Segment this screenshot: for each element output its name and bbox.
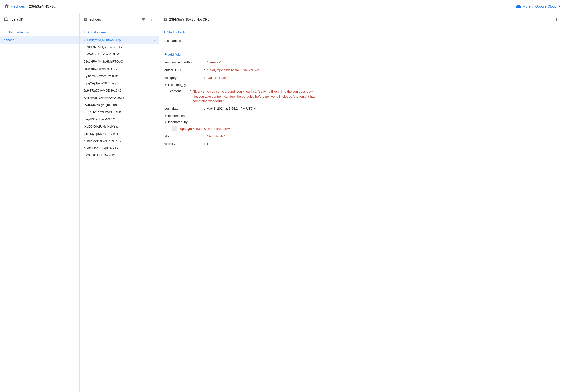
field-label-resonated-by: resonated_by <box>168 120 188 124</box>
start-collection-btn-1[interactable]: + Start collection <box>0 28 33 36</box>
field-author-uid: author_UID : "9pMQmj5ne3dfDvRbZ90xnT2sl7… <box>159 66 564 74</box>
document-icon <box>163 17 167 21</box>
field-colon-content: : <box>190 89 191 93</box>
doc-item-9-label: PCtKM6rACy4kjuI20bnf <box>84 103 118 107</box>
column3-title: 23Fh3qrYNQx3utNovCPp <box>169 17 209 21</box>
doc-item-11[interactable]: hag4DDerIFacPrXZZ1Iu <box>80 116 159 123</box>
breadcrumb-current: 23Fh3qrYNQx3u. <box>29 4 56 8</box>
field-label-collected-by: collected_by <box>168 83 186 87</box>
doc-item-15[interactable]: q8dzvOogE08q0F4G3SiL <box>80 145 159 152</box>
column2-body: + Add document 23Fh3qrYNQx3utNovCPp › 35… <box>80 26 159 392</box>
more-options-button-col2[interactable] <box>149 16 155 23</box>
doc-item-0-label: 23Fh3qrYNQx3utNovCPp <box>84 38 121 42</box>
field-colon-2: : <box>204 68 205 73</box>
column2-header-left: echoes <box>84 17 101 21</box>
doc-item-14-label: nLhcqMezRz7dUrG9Fp2Y <box>84 139 121 143</box>
doc-item-1-label: 353MRNuVcQX8cvoX8zLz <box>84 45 122 49</box>
column-collection: echoes + Add document 23Fh3qrYNQx3utNovC… <box>80 13 159 392</box>
doc-item-5[interactable]: Eyi0cmN2dxomRfqjrHiz <box>80 72 159 80</box>
column1-title: (default) <box>10 17 23 21</box>
plus-icon-3: + <box>163 30 166 34</box>
column2-header: echoes <box>80 13 159 26</box>
doc-item-11-label: hag4DDerIFacPrXZZ1Iu <box>84 117 118 121</box>
doc-item-2[interactable]: 5tsXuGxzTtFPlwjV39UM <box>80 51 159 58</box>
field-content: content : "Every time you come around, y… <box>159 88 564 105</box>
doc-item-13-label: lpkkx3ynpM7Z7B3Vli6H <box>84 132 118 136</box>
doc-item-0[interactable]: 23Fh3qrYNQx3utNovCPp › <box>80 36 159 44</box>
doc-item-4-label: DSwkbtGhxjwhtkKx1ItV <box>84 67 118 71</box>
doc-item-6[interactable]: I6pqYAjSpaWNf7uLeqr6 <box>80 80 159 87</box>
breadcrumb: › echoes › 23Fh3qrYNQx3u. <box>4 3 56 9</box>
column3-header-right <box>553 16 560 23</box>
field-collected-by[interactable]: ▼ collected_by <box>159 82 564 88</box>
field-anonymized-author: anonymized_author : "cameras" <box>159 59 564 66</box>
more-vert-icon-col2 <box>150 17 154 22</box>
start-collection-btn-3[interactable]: + Start collection <box>159 28 192 36</box>
add-document-btn[interactable]: + Add document <box>80 28 112 36</box>
column2-header-right <box>140 16 155 23</box>
doc-item-10-label: Z0ZKUvKgpzCn5r95XeQt <box>84 110 121 114</box>
field-value-array-0: "9pMQmj5ne3dfDvRbZ90xnT2sl7w2" <box>179 127 233 131</box>
field-resonances[interactable]: ▼ resonances <box>159 113 564 119</box>
field-colon-post-date: : <box>204 106 205 111</box>
column3-header: 23Fh3qrYNQx3utNovCPp <box>159 13 564 26</box>
chevron-right-icon-echoes: › <box>74 38 75 42</box>
doc-item-14[interactable]: nLhcqMezRz7dUrG9Fp2Y <box>80 137 159 145</box>
field-value-anonymized-author: "cameras" <box>207 60 221 65</box>
doc-item-4[interactable]: DSwkbtGhxjwhtkKx1ItV <box>80 65 159 72</box>
home-icon[interactable] <box>4 3 9 9</box>
google-cloud-label: More in Google Cloud <box>523 4 557 8</box>
field-key-title: title <box>164 134 204 139</box>
subcollection-resonances[interactable]: resonances <box>159 37 564 44</box>
doc-item-1[interactable]: 353MRNuVcQX8cvoX8zLz <box>80 44 159 51</box>
field-post-date: post_date : May 8, 2024 at 1:54:24 PM UT… <box>159 105 564 113</box>
doc-item-12[interactable]: jXoD9IGjk2UNzfHcNYlp <box>80 123 159 130</box>
field-colon-1: : <box>204 60 205 65</box>
collapse-icon-resonances: ▼ <box>164 114 167 117</box>
breadcrumb-echoes[interactable]: echoes <box>14 4 25 8</box>
field-value-author-uid: "9pMQmj5ne3dfDvRbZ90xnT2sl7w2" <box>207 68 260 73</box>
field-resonated-by[interactable]: ▼ resonated_by <box>159 119 564 125</box>
doc-item-13[interactable]: lpkkx3ynpM7Z7B3Vli6H <box>80 130 159 137</box>
breadcrumb-sep-1: › <box>11 4 12 8</box>
doc-item-8[interactable]: KHKdwzNcAKmVQrjOXeuH <box>80 94 159 101</box>
breadcrumb-sep-2: › <box>26 4 28 8</box>
top-nav: › echoes › 23Fh3qrYNQx3u. More in Google… <box>0 0 564 13</box>
more-options-button-col3[interactable] <box>553 16 560 23</box>
plus-icon-2: + <box>84 30 86 34</box>
field-value-title: "Bad Habits" <box>207 134 225 139</box>
doc-item-9[interactable]: PCtKM6rACy4kjuI20bnf <box>80 101 159 108</box>
doc-item-15-label: q8dzvOogE08q0F4G3SiL <box>84 146 120 150</box>
doc-item-2-label: 5tsXuGxzTtFPlwjV39UM <box>84 52 119 56</box>
cloud-icon <box>516 4 521 9</box>
list-item-echoes[interactable]: echoes › <box>0 36 79 44</box>
collection-icon <box>84 17 88 21</box>
doc-item-7[interactable]: Jp9iTRuDXtvMOD30aCk5 <box>80 87 159 94</box>
doc-item-5-label: Eyi0cmN2dxomRfqjrHiz <box>84 74 118 78</box>
field-key-content: content <box>170 89 190 93</box>
doc-item-3[interactable]: 61ccHRw4Ki8xHMzRTQeO <box>80 58 159 65</box>
doc-item-8-label: KHKdwzNcAKmVQrjOXeuH <box>84 96 124 99</box>
field-visibility: visibility : 1 <box>159 140 564 148</box>
field-key-author-uid: author_UID <box>164 68 204 73</box>
field-value-post-date: May 8, 2024 at 1:54:24 PM UTC-4 <box>207 106 256 111</box>
field-title: title : "Bad Habits" <box>159 133 564 140</box>
filter-button[interactable] <box>140 16 147 23</box>
doc-item-10[interactable]: Z0ZKUvKgpzCn5r95XeQt <box>80 108 159 116</box>
doc-item-3-label: 61ccHRw4Ki8xHMzRTQeO <box>84 60 123 63</box>
field-colon-3: : <box>204 75 205 81</box>
field-key-visibility: visibility <box>164 141 204 147</box>
column3-header-left: 23Fh3qrYNQx3utNovCPp <box>163 17 209 21</box>
google-cloud-link[interactable]: More in Google Cloud ▾ <box>516 4 560 9</box>
column-document: 23Fh3qrYNQx3utNovCPp + Start collection … <box>159 13 564 392</box>
chevron-down-icon: ▾ <box>558 4 560 9</box>
list-item-echoes-label: echoes <box>4 38 14 42</box>
field-array-0: 0 "9pMQmj5ne3dfDvRbZ90xnT2sl7w2" <box>159 125 564 133</box>
field-colon-title: : <box>204 134 205 139</box>
doc-item-16[interactable]: u92kl5tkiTkJLGuoibfG <box>80 152 159 159</box>
add-field-btn[interactable]: + Add field <box>159 50 186 59</box>
field-label-resonances: resonances <box>168 114 185 118</box>
field-value-visibility: 1 <box>207 141 208 147</box>
filter-icon <box>141 17 146 22</box>
field-category: category : "Culture Cache" <box>159 74 564 82</box>
